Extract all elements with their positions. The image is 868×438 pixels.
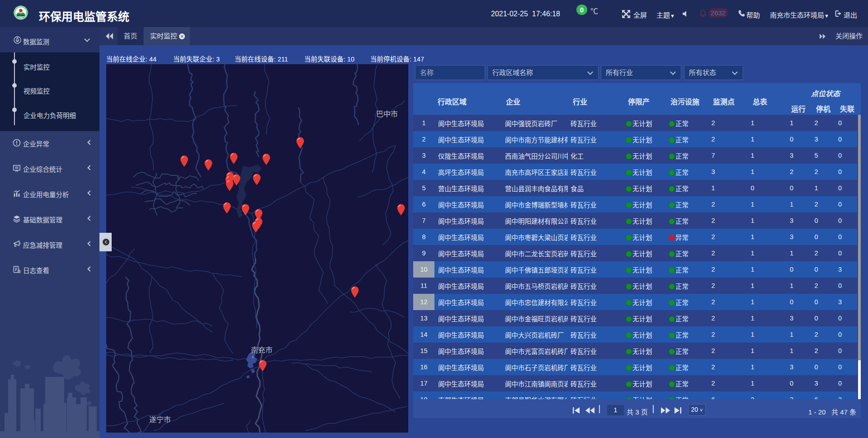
svg-text:南充市: 南充市 <box>251 346 273 354</box>
svg-text:遂宁市: 遂宁市 <box>149 416 171 424</box>
svg-text:巴中市: 巴中市 <box>376 110 398 118</box>
